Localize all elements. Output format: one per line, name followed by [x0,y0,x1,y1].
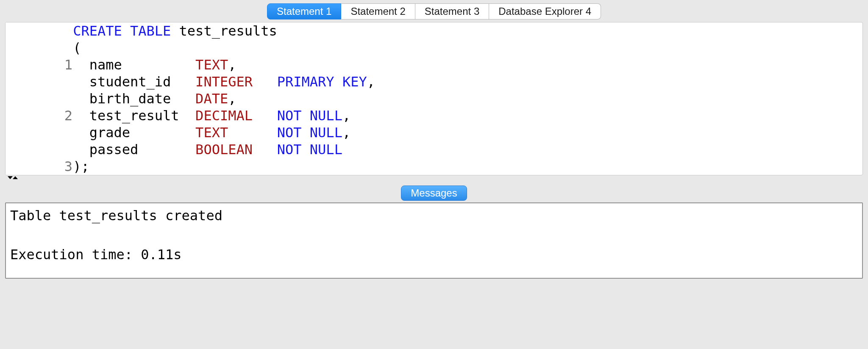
code-line[interactable]: test_result DECIMAL NOT NULL, [73,107,375,124]
code-line[interactable]: ); [73,158,375,175]
token-plain: student_id [73,74,195,90]
line-number: 2 [7,107,72,124]
token-plain [253,141,277,158]
tab-statement-1[interactable]: Statement 1 [267,3,341,19]
token-plain: passed [73,141,195,158]
token-kw-type: INTEGER [195,74,253,90]
token-plain: , [228,91,236,107]
token-kw-blue: CREATE [73,23,122,39]
code-area[interactable]: CREATE TABLE test_results( name TEXT, st… [73,22,375,175]
token-kw-type: DECIMAL [195,108,253,124]
code-line[interactable]: grade TEXT NOT NULL, [73,124,375,141]
tab-statement-3[interactable]: Statement 3 [415,3,489,19]
token-plain: , [367,74,375,90]
token-kw-blue: PRIMARY [277,74,334,90]
message-line: Execution time: 0.11s [10,247,182,263]
token-kw-blue: NULL [310,125,342,141]
token-plain [253,108,277,124]
token-plain [253,74,277,90]
svg-marker-1 [13,176,18,179]
tab-messages[interactable]: Messages [401,186,467,201]
token-plain: , [228,57,236,73]
token-kw-type: DATE [195,91,228,107]
code-line[interactable]: ( [73,39,375,56]
svg-marker-0 [8,176,13,179]
token-plain [302,125,310,141]
token-plain: , [342,125,351,141]
token-plain: birth_date [73,91,195,107]
token-kw-blue: KEY [342,74,367,90]
line-number-gutter: 1 2 3 4 5 6 7 8 9 [6,22,73,175]
token-plain [228,125,277,141]
sql-editor[interactable]: 1 2 3 4 5 6 7 8 9 CREATE TABLE test_resu… [5,22,863,175]
token-kw-blue: NULL [310,108,342,124]
token-plain [302,141,310,158]
messages-panel[interactable]: Table test_results created Execution tim… [5,202,863,279]
token-plain: test_result [73,108,195,124]
token-kw-type: BOOLEAN [195,141,253,158]
code-line[interactable]: student_id INTEGER PRIMARY KEY, [73,73,375,90]
line-number: 3 [7,158,72,175]
token-plain: ); [73,158,89,174]
token-plain: , [342,108,351,124]
message-line: Table test_results created [10,208,223,224]
code-line[interactable]: passed BOOLEAN NOT NULL [73,141,375,158]
token-kw-blue: NOT [277,108,302,124]
token-plain: ( [73,40,81,56]
results-tabbar: Messages [5,186,863,201]
splitter-icon [8,176,18,182]
line-number: 1 [7,56,72,73]
token-plain: name [73,57,195,73]
token-kw-blue: NOT [277,125,302,141]
token-kw-type: TEXT [195,57,228,73]
token-plain [122,23,130,39]
code-line[interactable]: CREATE TABLE test_results [73,22,375,39]
tab-database-explorer-4[interactable]: Database Explorer 4 [489,3,601,19]
token-kw-blue: NULL [310,141,342,158]
splitter-handle[interactable] [8,176,863,182]
token-plain [302,108,310,124]
code-line[interactable]: birth_date DATE, [73,90,375,107]
token-plain: test_results [171,23,277,39]
statement-tabbar: Statement 1 Statement 2 Statement 3 Data… [5,3,863,19]
code-line[interactable]: name TEXT, [73,56,375,73]
token-kw-type: TEXT [195,125,228,141]
token-plain: grade [73,125,195,141]
token-kw-blue: TABLE [130,23,171,39]
results-section: Messages Table test_results created Exec… [0,186,868,284]
tab-statement-2[interactable]: Statement 2 [341,3,415,19]
token-plain [334,74,342,90]
token-kw-blue: NOT [277,141,302,158]
